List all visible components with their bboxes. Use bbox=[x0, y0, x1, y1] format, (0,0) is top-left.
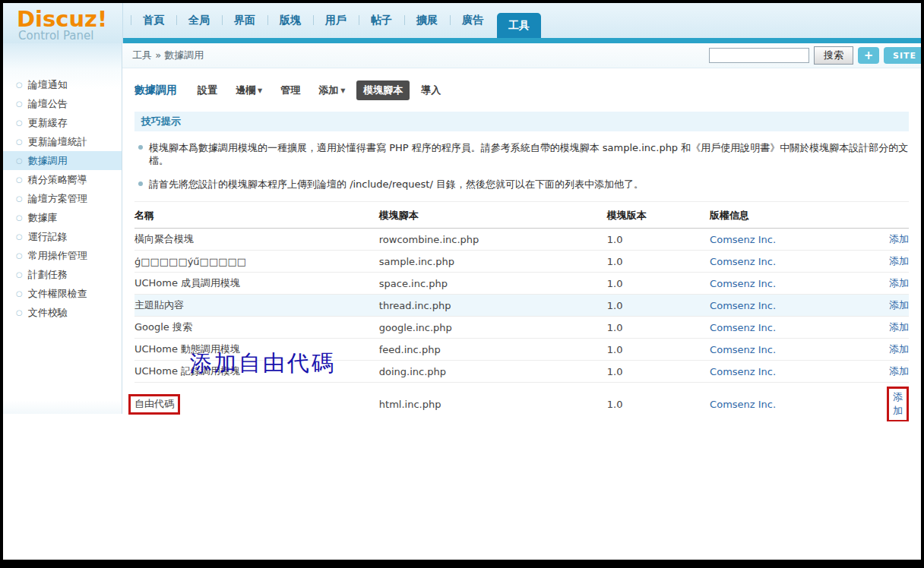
radio-bullet-icon: ○ bbox=[16, 232, 23, 241]
search-button[interactable]: 搜索 bbox=[814, 46, 853, 65]
section-tab-label: 添加 bbox=[318, 84, 338, 96]
radio-bullet-icon: ○ bbox=[16, 194, 23, 203]
sidebar-item-label: 計劃任務 bbox=[28, 269, 68, 280]
radio-bullet-icon: ○ bbox=[16, 118, 23, 127]
top-nav-item-label: 全局 bbox=[188, 14, 210, 26]
sidebar-item-label: 文件權限檢查 bbox=[28, 288, 87, 299]
sidebar-item[interactable]: ○論壇方案管理 bbox=[3, 189, 122, 208]
sidebar-item[interactable]: ○文件校驗 bbox=[3, 303, 122, 322]
top-nav-item-label: 廣告 bbox=[462, 14, 483, 26]
sidebar-item[interactable]: ○文件權限檢查 bbox=[3, 284, 122, 303]
column-header-copyright: 版權信息 bbox=[710, 202, 887, 229]
cell-action: 添加 bbox=[887, 317, 909, 339]
cell-action: 添加 bbox=[887, 229, 909, 251]
section-tab[interactable]: 添加▼ bbox=[312, 80, 352, 100]
module-version: 1.0 bbox=[607, 322, 623, 333]
section-tab[interactable]: 模塊腳本▼ bbox=[356, 80, 410, 100]
tip-text: 模塊腳本爲數據調用模塊的一種擴展，適用於懂得書寫 PHP 程序的程序員。請參考系… bbox=[149, 142, 908, 166]
cell-name: 主題貼內容 bbox=[134, 295, 379, 317]
sidebar-item[interactable]: ○更新緩存 bbox=[3, 113, 122, 132]
chevron-down-icon: ▼ bbox=[340, 87, 345, 94]
search-area: 搜索 + SITE bbox=[709, 46, 913, 65]
cell-copyright: Comsenz Inc. bbox=[710, 251, 887, 273]
radio-bullet-icon: ○ bbox=[16, 80, 23, 89]
site-button[interactable]: SITE bbox=[884, 47, 921, 64]
sidebar-item[interactable]: ○數據調用 bbox=[3, 151, 122, 170]
cell-version: 1.0 bbox=[607, 295, 710, 317]
page-title: 數據調用 bbox=[134, 84, 177, 97]
copyright-link[interactable]: Comsenz Inc. bbox=[710, 300, 776, 311]
add-link[interactable]: 添加 bbox=[889, 321, 909, 333]
sidebar-item[interactable]: ○論壇通知 bbox=[3, 75, 122, 94]
add-link[interactable]: 添加 bbox=[889, 255, 909, 267]
section-tab-label: 邊欄 bbox=[236, 84, 255, 96]
top-nav-item-label: 帖子 bbox=[371, 14, 392, 26]
top-nav-item[interactable]: 帖子 bbox=[359, 3, 404, 38]
module-version: 1.0 bbox=[607, 256, 623, 267]
cell-version: 1.0 bbox=[607, 317, 710, 339]
sidebar-item[interactable]: ○論壇公告 bbox=[3, 94, 122, 113]
radio-bullet-icon: ○ bbox=[16, 289, 23, 298]
top-nav-item[interactable]: 廣告 bbox=[450, 3, 495, 38]
add-link[interactable]: 添加 bbox=[887, 387, 909, 421]
sidebar: ○論壇通知○論壇公告○更新緩存○更新論壇統計○數據調用○積分策略嚮導○論壇方案管… bbox=[3, 43, 122, 414]
copyright-link[interactable]: Comsenz Inc. bbox=[710, 234, 776, 245]
add-link[interactable]: 添加 bbox=[889, 365, 909, 377]
sidebar-item[interactable]: ○數據庫 bbox=[3, 208, 122, 227]
sidebar-item[interactable]: ○更新論壇統計 bbox=[3, 132, 122, 151]
logo-subtitle: Control Panel bbox=[17, 30, 122, 42]
add-link[interactable]: 添加 bbox=[889, 343, 909, 355]
chevron-down-icon: ▼ bbox=[258, 87, 262, 94]
table-row: 主題貼內容 thread.inc.php 1.0 Comsenz Inc. 添加 bbox=[134, 295, 909, 317]
add-link[interactable]: 添加 bbox=[889, 299, 909, 311]
module-name: ģ□□□□□ýű□□□□□ bbox=[134, 256, 246, 267]
top-nav-item[interactable]: 版塊 bbox=[267, 3, 313, 38]
copyright-link[interactable]: Comsenz Inc. bbox=[710, 322, 776, 333]
module-script-file: space.inc.php bbox=[379, 278, 448, 289]
sidebar-item[interactable]: ○運行記錄 bbox=[3, 227, 122, 246]
top-nav-item[interactable]: 全局 bbox=[176, 3, 222, 38]
cell-script: rowcombine.inc.php bbox=[379, 229, 607, 251]
cell-action: 添加 bbox=[887, 295, 909, 317]
section-tab[interactable]: 邊欄▼ bbox=[229, 80, 269, 100]
cell-name: 自由代碼 bbox=[134, 383, 379, 422]
table-row: UCHome 成員調用模塊 space.inc.php 1.0 Comsenz … bbox=[134, 273, 909, 295]
top-nav-item[interactable]: 擴展 bbox=[404, 3, 450, 38]
copyright-link[interactable]: Comsenz Inc. bbox=[710, 256, 776, 267]
cell-action: 添加 bbox=[887, 273, 909, 295]
copyright-link[interactable]: Comsenz Inc. bbox=[710, 344, 776, 355]
cell-copyright: Comsenz Inc. bbox=[710, 361, 887, 383]
top-nav-item[interactable]: 首頁 bbox=[131, 3, 176, 38]
copyright-link[interactable]: Comsenz Inc. bbox=[710, 399, 776, 410]
section-tabs: 設置▼邊欄▼管理▼添加▼模塊腳本▼導入▼ bbox=[191, 80, 448, 100]
title-row: 數據調用 設置▼邊欄▼管理▼添加▼模塊腳本▼導入▼ bbox=[134, 80, 909, 100]
top-nav-item[interactable]: 界面 bbox=[222, 3, 267, 38]
cell-copyright: Comsenz Inc. bbox=[710, 295, 887, 317]
cell-name: ģ□□□□□ýű□□□□□ bbox=[134, 251, 379, 273]
tips-list: 模塊腳本爲數據調用模塊的一種擴展，適用於懂得書寫 PHP 程序的程序員。請參考系… bbox=[134, 141, 909, 191]
cell-version: 1.0 bbox=[607, 229, 710, 251]
module-version: 1.0 bbox=[607, 278, 623, 289]
sidebar-item[interactable]: ○積分策略嚮導 bbox=[3, 170, 122, 189]
cell-action: 添加 bbox=[887, 383, 909, 422]
sidebar-item[interactable]: ○計劃任務 bbox=[3, 265, 122, 284]
top-nav-item[interactable]: 工具 bbox=[497, 13, 541, 38]
add-link[interactable]: 添加 bbox=[889, 233, 909, 245]
copyright-link[interactable]: Comsenz Inc. bbox=[710, 366, 776, 377]
add-link[interactable]: 添加 bbox=[889, 277, 909, 289]
module-script-file: html.inc.php bbox=[379, 399, 441, 410]
sidebar-item-label: 常用操作管理 bbox=[28, 250, 87, 261]
section-tab[interactable]: 設置▼ bbox=[191, 80, 224, 100]
radio-bullet-icon: ○ bbox=[16, 213, 23, 222]
section-tab[interactable]: 導入▼ bbox=[414, 80, 448, 100]
annotation-text: 添加自由代碼 bbox=[190, 349, 336, 379]
module-name: Google 搜索 bbox=[134, 321, 192, 333]
cell-version: 1.0 bbox=[607, 361, 710, 383]
copyright-link[interactable]: Comsenz Inc. bbox=[710, 278, 776, 289]
module-name: 橫向聚合模塊 bbox=[134, 233, 194, 245]
top-nav-item[interactable]: 用戶 bbox=[313, 3, 359, 38]
section-tab[interactable]: 管理▼ bbox=[274, 80, 307, 100]
sidebar-item[interactable]: ○常用操作管理 bbox=[3, 246, 122, 265]
add-shortcut-button[interactable]: + bbox=[858, 47, 879, 64]
search-input[interactable] bbox=[709, 48, 809, 63]
